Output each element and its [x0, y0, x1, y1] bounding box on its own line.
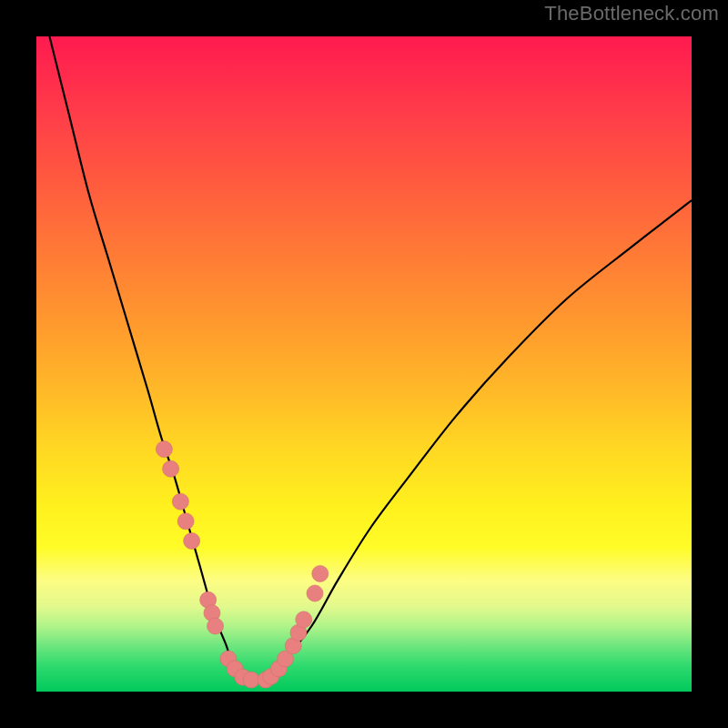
marker-point: [172, 493, 188, 510]
marker-point: [184, 532, 200, 549]
marker-point: [207, 618, 224, 634]
curve-svg: [36, 36, 692, 692]
plot-area: [36, 36, 692, 692]
marker-point: [163, 460, 179, 477]
bottleneck-curve: [49, 36, 692, 681]
watermark-text: TheBottleneck.com: [544, 2, 719, 25]
marker-point: [312, 565, 329, 581]
marker-point: [177, 513, 194, 530]
marker-point: [243, 672, 259, 688]
marker-group: [156, 441, 328, 688]
marker-point: [307, 585, 323, 602]
marker-point: [296, 612, 312, 628]
marker-point: [156, 441, 172, 458]
chart-stage: TheBottleneck.com: [0, 0, 728, 728]
